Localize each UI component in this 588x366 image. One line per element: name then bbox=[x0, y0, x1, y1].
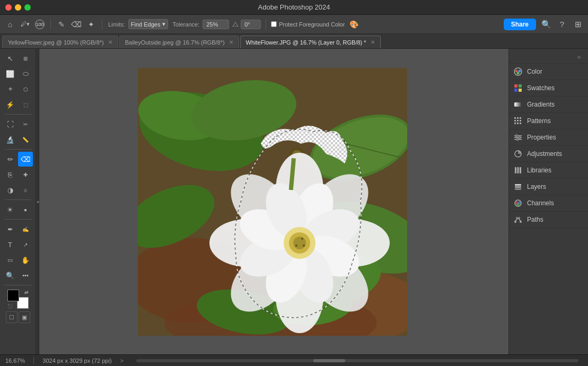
tool-group-13: ▭ ✋ bbox=[3, 252, 33, 267]
lasso-tool[interactable]: ⌖ bbox=[3, 82, 17, 97]
color-label: Color bbox=[527, 68, 542, 75]
polygon-lasso-tool[interactable]: ⬡ bbox=[18, 82, 33, 97]
tab-baileyoutside[interactable]: BaileyOutside.jpeg @ 16.7% (RGB/8*) ✕ bbox=[119, 36, 239, 48]
horizontal-scrollbar[interactable] bbox=[136, 359, 578, 362]
object-selection-tool[interactable]: ⬚ bbox=[18, 97, 33, 112]
marquee-rect-tool[interactable]: ⬜ bbox=[3, 66, 17, 81]
brush-size-display[interactable]: 100 bbox=[34, 19, 46, 30]
scrollbar-thumb[interactable] bbox=[313, 359, 345, 362]
swatches-icon bbox=[513, 83, 523, 93]
svg-rect-60 bbox=[514, 123, 516, 124]
panel-item-color[interactable]: Color bbox=[509, 64, 588, 80]
tabs-bar: YellowFlower.jpeg @ 100% (RGB/8*) ✕ Bail… bbox=[0, 34, 588, 49]
panel-item-patterns[interactable]: Patterns bbox=[509, 113, 588, 129]
search-icon[interactable]: 🔍 bbox=[540, 19, 552, 30]
tool-group-9: ◑ ⌽ bbox=[3, 182, 33, 197]
standard-mode-btn[interactable]: ☐ bbox=[6, 311, 17, 323]
panel-collapse-btn[interactable]: » bbox=[574, 51, 584, 62]
adjustments-label: Adjustments bbox=[527, 150, 562, 158]
quick-mask-mode-btn[interactable]: ▣ bbox=[19, 311, 30, 323]
titlebar: Adobe Photoshop 2024 bbox=[0, 0, 588, 15]
panel-item-layers[interactable]: Layers bbox=[509, 179, 588, 195]
workspace-icon[interactable]: ⊞ bbox=[572, 19, 584, 30]
gradient-tool[interactable]: ◑ bbox=[3, 182, 17, 197]
panel-item-adjustments[interactable]: Adjustments bbox=[509, 146, 588, 162]
canvas-area[interactable]: ◂ bbox=[36, 49, 508, 354]
ruler-tool[interactable]: 📏 bbox=[18, 132, 33, 147]
panel-item-libraries[interactable]: Libraries bbox=[509, 162, 588, 179]
tool-group-3: ⌖ ⬡ bbox=[3, 82, 33, 97]
tab-close-baileyoutside[interactable]: ✕ bbox=[229, 39, 233, 45]
fg-color-picker-icon[interactable]: 🎨 bbox=[348, 19, 359, 30]
marquee-ellipse-tool[interactable]: ⬭ bbox=[18, 66, 33, 81]
burn-tool[interactable]: ● bbox=[18, 202, 33, 217]
dimensions-value: 3024 px x 3029 px (72 ppi) bbox=[42, 358, 111, 364]
paint-bucket-tool[interactable]: ⌽ bbox=[18, 182, 33, 197]
minimize-button[interactable] bbox=[15, 4, 21, 11]
clone-stamp-tool[interactable]: ⎘ bbox=[3, 167, 17, 182]
tool-separator-5 bbox=[5, 285, 31, 285]
erase-mode-icon[interactable]: ✎ bbox=[56, 19, 67, 30]
svg-rect-72 bbox=[520, 167, 521, 173]
maximize-button[interactable] bbox=[24, 4, 31, 11]
panel-item-properties[interactable]: Properties bbox=[509, 129, 588, 146]
text-tool[interactable]: T bbox=[3, 237, 17, 252]
eyedropper-tool[interactable]: 🔬 bbox=[3, 132, 17, 147]
healing-brush-tool[interactable]: ✚ bbox=[18, 167, 33, 182]
protect-fg-checkbox[interactable] bbox=[271, 21, 277, 27]
brush-tool[interactable]: ✏ bbox=[3, 152, 17, 167]
tab-whiteflower[interactable]: WhiteFlower.JPG @ 16.7% (Layer 0, RGB/8)… bbox=[240, 36, 381, 48]
swap-colors-icon[interactable]: ⇄ bbox=[24, 290, 29, 295]
magic-wand-tool[interactable]: ⚡ bbox=[3, 97, 17, 112]
magic-eraser-icon[interactable]: ✦ bbox=[85, 19, 97, 30]
freeform-pen-tool[interactable]: ✍ bbox=[18, 222, 33, 237]
panel-item-gradients[interactable]: Gradients bbox=[509, 97, 588, 113]
tab-close-yellowflower[interactable]: ✕ bbox=[108, 39, 112, 45]
limits-dropdown[interactable]: Find Edges ▾ bbox=[128, 19, 169, 29]
svg-rect-73 bbox=[515, 188, 521, 190]
gradients-icon bbox=[513, 100, 523, 109]
tab-label: BaileyOutside.jpeg @ 16.7% (RGB/8*) bbox=[125, 39, 225, 46]
svg-point-80 bbox=[514, 221, 516, 223]
eraser-tool[interactable]: ⌫ bbox=[18, 152, 33, 167]
status-arrow[interactable]: > bbox=[120, 358, 124, 364]
tolerance-input[interactable]: 25% bbox=[203, 20, 229, 29]
hand-tool[interactable]: ✋ bbox=[18, 252, 33, 267]
crop-tool[interactable]: ⛶ bbox=[3, 117, 17, 132]
home-icon[interactable]: ⌂ bbox=[4, 19, 16, 30]
share-button[interactable]: Share bbox=[504, 19, 536, 30]
move-tool[interactable]: ↖ bbox=[3, 51, 17, 66]
protect-fg-checkbox-label[interactable]: Protect Foreground Color bbox=[271, 21, 345, 28]
left-toolbar: ↖ ⊞ ⬜ ⬭ ⌖ ⬡ ⚡ ⬚ ⛶ ✂ 🔬 📏 ✏ ⌫ ⎘ bbox=[0, 49, 36, 354]
foreground-color-swatch[interactable] bbox=[7, 290, 19, 301]
panel-item-channels[interactable]: Channels bbox=[509, 195, 588, 212]
tab-close-whiteflower[interactable]: ✕ bbox=[371, 39, 375, 45]
tab-yellowflower[interactable]: YellowFlower.jpeg @ 100% (RGB/8*) ✕ bbox=[2, 36, 118, 48]
tool-separator-4 bbox=[5, 219, 31, 220]
artboard-tool[interactable]: ⊞ bbox=[18, 51, 33, 66]
close-button[interactable] bbox=[5, 4, 12, 11]
rectangle-shape-tool[interactable]: ▭ bbox=[3, 252, 17, 267]
color-icon bbox=[513, 67, 523, 76]
svg-point-79 bbox=[516, 203, 520, 206]
panel-item-paths[interactable]: Paths bbox=[509, 212, 588, 228]
window-controls bbox=[5, 4, 31, 11]
dodge-tool[interactable]: ☀ bbox=[3, 202, 17, 217]
angle-input[interactable]: 0° bbox=[241, 20, 261, 29]
slice-tool[interactable]: ✂ bbox=[18, 117, 33, 132]
panel-item-swatches[interactable]: Swatches bbox=[509, 80, 588, 97]
zoom-tool[interactable]: 🔍 bbox=[3, 268, 17, 283]
svg-rect-52 bbox=[519, 89, 522, 92]
svg-rect-49 bbox=[514, 84, 517, 88]
path-selection-tool[interactable]: ↗ bbox=[18, 237, 33, 252]
left-collapse-arrow[interactable]: ◂ bbox=[36, 49, 39, 354]
zoom-value: 16.67% bbox=[5, 358, 25, 364]
more-tools[interactable]: ••• bbox=[18, 268, 33, 283]
help-icon[interactable]: ? bbox=[556, 19, 568, 30]
tool-options-icon[interactable]: 🖊▾ bbox=[19, 19, 31, 30]
erase-bg-icon[interactable]: ⌫ bbox=[71, 19, 82, 30]
svg-rect-62 bbox=[520, 123, 521, 124]
app-title: Adobe Photoshop 2024 bbox=[258, 3, 330, 11]
reset-colors-icon[interactable]: ⬛ bbox=[7, 304, 13, 309]
pen-tool[interactable]: ✒ bbox=[3, 222, 17, 237]
